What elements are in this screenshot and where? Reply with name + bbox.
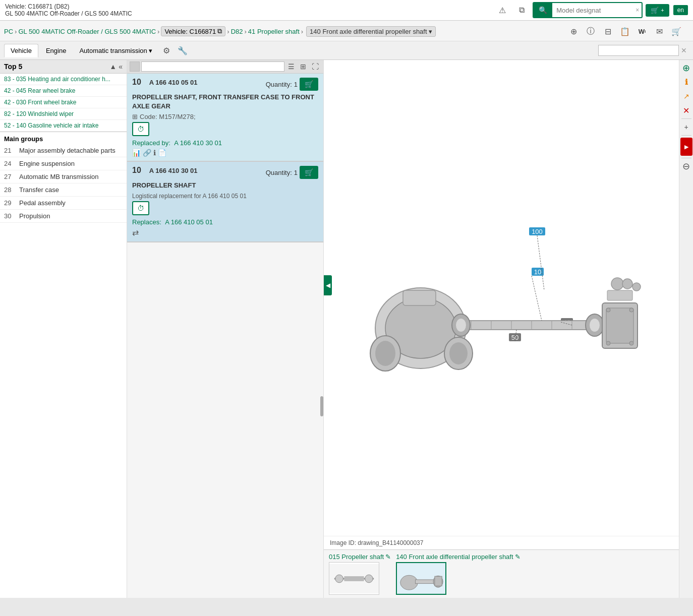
bc-pc[interactable]: PC bbox=[4, 28, 13, 35]
svg-point-24 bbox=[456, 319, 466, 332]
group-item-27[interactable]: 27 Automatic MB transmission bbox=[0, 170, 127, 183]
rs-divider-3 bbox=[681, 158, 691, 158]
vehicle-icon: ⧉ bbox=[217, 27, 222, 35]
top5-item-4[interactable]: 52 - 140 Gasoline vehicle air intake bbox=[0, 120, 127, 132]
thumb-img-1[interactable] bbox=[396, 562, 446, 595]
search-button[interactable]: 🔍 bbox=[534, 3, 552, 17]
group-item-28[interactable]: 28 Transfer case bbox=[0, 183, 127, 197]
svg-point-29 bbox=[606, 308, 610, 312]
top5-item-1[interactable]: 42 - 045 Rear wheel brake bbox=[0, 85, 127, 97]
group-num-29: 29 bbox=[4, 199, 15, 207]
search-box: 🔍 × bbox=[533, 2, 643, 18]
clock-btn-1[interactable]: ⏱ bbox=[132, 201, 149, 215]
scrollbar-thumb[interactable] bbox=[320, 396, 323, 416]
add-to-cart-btn-0[interactable]: 🛒 bbox=[300, 78, 318, 91]
chart-icon-btn-0[interactable]: 📊 bbox=[132, 149, 141, 157]
collapse-diagram-btn[interactable]: ◀ bbox=[324, 275, 332, 295]
top-bar-right: ⚠ ⧉ 🔍 × 🛒 + bbox=[494, 2, 669, 18]
tab-engine[interactable]: Engine bbox=[39, 44, 73, 57]
top5-controls: ▲ « bbox=[109, 63, 123, 71]
mail-button[interactable]: ✉ bbox=[652, 24, 667, 39]
alert-button[interactable]: ⚠ bbox=[494, 2, 510, 18]
part-icons-0: 📊 🔗 ℹ 📄 bbox=[132, 149, 318, 157]
filter-button[interactable]: ⊟ bbox=[600, 24, 615, 39]
top5-header: Top 5 ▲ « bbox=[0, 60, 127, 74]
group-item-29[interactable]: 29 Pedal assembly bbox=[0, 197, 127, 210]
group-item-24[interactable]: 24 Engine suspension bbox=[0, 157, 127, 170]
group-num-21: 21 bbox=[4, 147, 15, 154]
part-qty-0: 1 bbox=[294, 81, 298, 88]
top5-item-3[interactable]: 82 - 120 Windshield wiper bbox=[0, 108, 127, 120]
thumb-label-1[interactable]: 140 Front axle differential propeller sh… bbox=[396, 553, 520, 561]
language-badge[interactable]: en bbox=[673, 5, 688, 15]
bc-model[interactable]: GL 500 4MATIC Off-Roader / GLS 500 4MATI… bbox=[18, 28, 156, 35]
group-item-21[interactable]: 21 Major assembly detachable parts bbox=[0, 144, 127, 157]
rs-close-btn[interactable]: ✕ bbox=[680, 104, 692, 116]
bc-vehicle-dropdown[interactable]: Vehicle: C166871 ⧉ bbox=[161, 26, 225, 36]
rs-zoom-out-btn[interactable]: ⊖ bbox=[680, 160, 692, 172]
toolbar-search-clear[interactable]: ✕ bbox=[679, 46, 689, 54]
thumb-label-0[interactable]: 015 Propeller shaft ✎ bbox=[329, 553, 391, 561]
top5-item-2[interactable]: 42 - 030 Front wheel brake bbox=[0, 97, 127, 108]
rs-red-btn[interactable]: ▶ bbox=[680, 138, 692, 156]
toolbar-search-input[interactable] bbox=[598, 45, 679, 56]
link-icon-btn-0[interactable]: 🔗 bbox=[143, 149, 151, 157]
info-icon-btn-0[interactable]: ℹ bbox=[153, 149, 156, 157]
top5-list: 83 - 035 Heating and air conditioner h..… bbox=[0, 74, 127, 132]
cart-button[interactable]: 🛒 + bbox=[646, 4, 669, 17]
top5-item-0[interactable]: 83 - 035 Heating and air conditioner h..… bbox=[0, 74, 127, 85]
cart-header-button[interactable]: 🛒 bbox=[669, 24, 684, 39]
rs-cursor-btn[interactable]: ↗ bbox=[680, 90, 692, 102]
group-name-28: Transfer case bbox=[19, 186, 59, 194]
svg-point-34 bbox=[611, 278, 623, 290]
diagram-area: 100 10 50 40 bbox=[324, 60, 679, 536]
top5-double-arrow-btn[interactable]: « bbox=[119, 63, 123, 71]
expand-btn[interactable]: ⛶ bbox=[310, 61, 321, 72]
tab-vehicle[interactable]: Vehicle bbox=[4, 44, 38, 57]
toolbar-tabs: Vehicle Engine Automatic transmission ▾ … bbox=[4, 43, 190, 58]
svg-point-32 bbox=[629, 341, 633, 345]
info-button[interactable]: ⓘ bbox=[583, 24, 598, 39]
rs-plus-btn[interactable]: + bbox=[680, 121, 692, 133]
thumb-edit-icon-1: ✎ bbox=[515, 553, 521, 561]
svg-text:100: 100 bbox=[532, 228, 543, 235]
settings-icon-btn[interactable]: ⚙ bbox=[159, 43, 174, 58]
thumb-img-0[interactable] bbox=[329, 562, 379, 595]
part-name-1: PROPELLER SHAFT bbox=[132, 181, 318, 190]
diagram-svg: 100 10 50 40 bbox=[360, 212, 643, 384]
clock-btn-0[interactable]: ⏱ bbox=[132, 122, 149, 136]
parts-list: 10 A 166 410 05 01 Quantity: 1 🛒 PROPELL… bbox=[127, 74, 323, 598]
grid-view-btn[interactable]: ⊞ bbox=[298, 61, 308, 72]
document-button[interactable]: 📋 bbox=[617, 24, 632, 39]
search-clear-icon[interactable]: × bbox=[633, 7, 642, 14]
wis-button[interactable]: Wi bbox=[634, 24, 650, 39]
svg-rect-15 bbox=[403, 290, 436, 305]
svg-rect-50 bbox=[435, 576, 442, 586]
tab-auto-transmission[interactable]: Automatic transmission ▾ bbox=[74, 44, 157, 57]
search-input[interactable] bbox=[552, 4, 633, 17]
bc-d82[interactable]: D82 bbox=[231, 28, 243, 35]
rs-info-btn[interactable]: ℹ bbox=[680, 76, 692, 88]
add-to-cart-btn-1[interactable]: 🛒 bbox=[300, 166, 318, 179]
center-search-input[interactable] bbox=[141, 61, 284, 72]
part-item-1[interactable]: 10 A 166 410 30 01 Quantity: 1 🛒 PROPELL… bbox=[127, 162, 323, 242]
cart-icon: 🛒 bbox=[651, 7, 659, 14]
thumb-item-1: 140 Front axle differential propeller sh… bbox=[396, 553, 520, 595]
copy-button[interactable]: ⧉ bbox=[513, 2, 530, 18]
bc-propeller[interactable]: 41 Propeller shaft bbox=[248, 28, 300, 35]
part-item-0[interactable]: 10 A 166 410 05 01 Quantity: 1 🛒 PROPELL… bbox=[127, 74, 323, 162]
part-header-0: 10 A 166 410 05 01 Quantity: 1 🛒 bbox=[132, 78, 318, 91]
group-num-24: 24 bbox=[4, 160, 15, 167]
svg-point-12 bbox=[375, 341, 395, 366]
list-view-btn[interactable]: ☰ bbox=[286, 61, 297, 72]
top5-collapse-btn[interactable]: ▲ bbox=[109, 63, 117, 71]
doc-icon-btn-0[interactable]: 📄 bbox=[158, 149, 166, 157]
bc-front-axle-dropdown[interactable]: 140 Front axle differential propeller sh… bbox=[306, 26, 436, 37]
group-num-30: 30 bbox=[4, 212, 15, 220]
group-item-30[interactable]: 30 Propulsion bbox=[0, 210, 127, 223]
rs-zoom-in-btn[interactable]: ⊕ bbox=[680, 62, 692, 74]
zoom-in-button[interactable]: ⊕ bbox=[566, 24, 581, 39]
part-number-0: A 166 410 05 01 bbox=[149, 79, 198, 86]
svg-point-35 bbox=[622, 279, 632, 289]
wrench-icon-btn[interactable]: 🔧 bbox=[175, 43, 190, 58]
